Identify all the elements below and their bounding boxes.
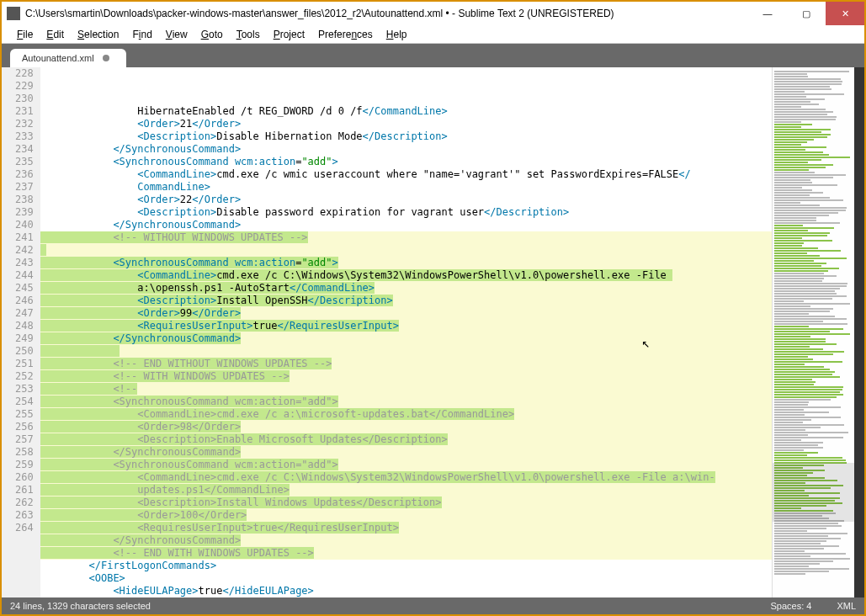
menu-selection[interactable]: Selection [71, 29, 125, 40]
menu-file[interactable]: File [10, 29, 40, 40]
editor-area: 2282292302312322332342352362372382392402… [2, 67, 864, 597]
status-selection: 24 lines, 1329 characters selected [10, 601, 151, 611]
status-spaces[interactable]: Spaces: 4 [770, 601, 811, 611]
tab-autounattend[interactable]: Autounattend.xml [10, 49, 126, 67]
tabbar: Autounattend.xml [2, 44, 864, 67]
status-syntax[interactable]: XML [837, 601, 856, 611]
statusbar: 24 lines, 1329 characters selected Space… [2, 597, 864, 614]
menu-goto[interactable]: Goto [194, 29, 230, 40]
titlebar[interactable]: C:\Users\smartin\Downloads\packer-window… [2, 2, 864, 25]
editor[interactable]: 2282292302312322332342352362372382392402… [2, 67, 772, 597]
window-controls: — ▢ ✕ [748, 2, 864, 25]
close-button[interactable]: ✕ [826, 2, 864, 25]
menu-edit[interactable]: Edit [40, 29, 71, 40]
minimize-button[interactable]: — [748, 2, 787, 25]
menu-preferences[interactable]: Preferences [311, 29, 380, 40]
tab-label: Autounattend.xml [22, 53, 94, 63]
menubar: File Edit Selection Find View Goto Tools… [2, 25, 864, 44]
minimap-viewport[interactable] [773, 463, 864, 522]
vertical-scrollbar[interactable] [854, 67, 864, 597]
tab-dirty-icon [103, 55, 109, 61]
menu-tools[interactable]: Tools [230, 29, 267, 40]
app-icon [7, 7, 20, 20]
window-title: C:\Users\smartin\Downloads\packer-window… [25, 8, 748, 19]
menu-view[interactable]: View [159, 29, 194, 40]
menu-find[interactable]: Find [125, 29, 158, 40]
maximize-button[interactable]: ▢ [787, 2, 826, 25]
minimap[interactable] [772, 67, 864, 597]
menu-project[interactable]: Project [267, 29, 311, 40]
code-content[interactable]: ↖ HibernateEnabled /t REG_DWORD /d 0 /f<… [40, 67, 772, 597]
menu-help[interactable]: Help [380, 29, 414, 40]
line-number-gutter: 2282292302312322332342352362372382392402… [2, 67, 40, 597]
